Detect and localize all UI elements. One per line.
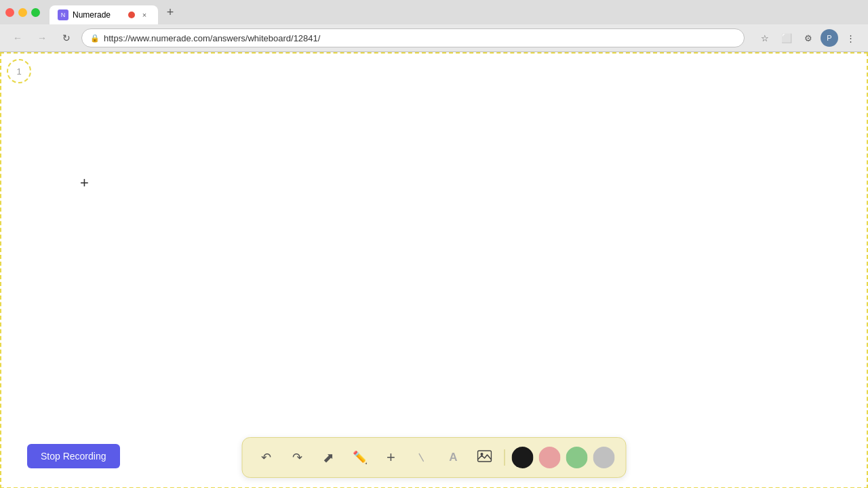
undo-icon: ↶ — [261, 450, 271, 465]
url-bar[interactable]: 🔒 https://www.numerade.com/answers/white… — [81, 28, 745, 47]
new-tab-button[interactable]: + — [161, 3, 180, 22]
profile-button[interactable]: P — [821, 29, 838, 47]
toolbar-divider — [505, 449, 505, 466]
color-pink[interactable] — [539, 447, 561, 468]
color-gray[interactable] — [593, 447, 615, 468]
window-controls — [5, 8, 40, 17]
whiteboard-canvas[interactable]: 1 + Stop Recording ↶ ↷ ⬈ ✏️ + / A — [0, 52, 868, 488]
bookmarks-button[interactable]: ☆ — [755, 28, 774, 47]
reload-icon: ↻ — [62, 33, 71, 43]
lock-icon: 🔒 — [90, 34, 100, 43]
puzzle-icon: ⚙ — [804, 33, 812, 43]
color-black[interactable] — [512, 447, 534, 468]
undo-button[interactable]: ↶ — [254, 445, 279, 470]
text-tool-button[interactable]: A — [441, 445, 467, 470]
url-text: https://www.numerade.com/answers/whitebo… — [104, 33, 320, 43]
extensions-button[interactable]: ⚙ — [799, 28, 818, 47]
tab-close-button[interactable]: × — [139, 9, 150, 20]
cast-button[interactable]: ⬜ — [777, 28, 796, 47]
image-icon — [477, 449, 492, 467]
cursor-indicator: + — [80, 176, 89, 190]
tab-title: Numerade — [73, 10, 111, 20]
forward-button[interactable]: → — [33, 28, 52, 47]
add-icon: + — [387, 449, 395, 466]
cast-icon: ⬜ — [781, 33, 792, 43]
image-tool-button[interactable] — [472, 445, 498, 470]
pen-icon: ✏️ — [353, 450, 368, 465]
back-button[interactable]: ← — [8, 28, 27, 47]
menu-button[interactable]: ⋮ — [841, 28, 860, 47]
back-icon: ← — [13, 33, 22, 43]
page-number-text: 1 — [16, 66, 21, 77]
forward-icon: → — [37, 33, 47, 43]
reload-button[interactable]: ↻ — [57, 28, 76, 47]
menu-icon: ⋮ — [846, 33, 855, 43]
color-green[interactable] — [566, 447, 588, 468]
bookmarks-icon: ☆ — [761, 33, 769, 43]
select-tool-button[interactable]: ⬈ — [316, 445, 342, 470]
browser-chrome: N Numerade × + ← → ↻ 🔒 https://www.numer… — [0, 0, 868, 52]
select-icon: ⬈ — [323, 449, 334, 466]
window-close-button[interactable] — [5, 8, 14, 17]
redo-button[interactable]: ↷ — [285, 445, 311, 470]
page-number-indicator: 1 — [7, 59, 31, 83]
text-icon: A — [449, 451, 457, 464]
profile-avatar: P — [827, 34, 831, 42]
address-bar: ← → ↻ 🔒 https://www.numerade.com/answers… — [0, 24, 868, 52]
stop-recording-button[interactable]: Stop Recording — [27, 444, 120, 468]
line-tool-button[interactable]: / — [410, 445, 435, 470]
drawing-toolbar: ↶ ↷ ⬈ ✏️ + / A — [242, 437, 627, 478]
tab-bar: N Numerade × + — [0, 0, 868, 24]
tab-recording-indicator — [128, 12, 135, 18]
window-minimize-button[interactable] — [18, 8, 27, 17]
active-tab[interactable]: N Numerade × — [50, 5, 158, 24]
browser-actions: ☆ ⬜ ⚙ P ⋮ — [755, 28, 860, 47]
add-tool-button[interactable]: + — [378, 445, 404, 470]
window-maximize-button[interactable] — [31, 8, 40, 17]
svg-rect-0 — [478, 451, 492, 462]
redo-icon: ↷ — [292, 450, 302, 465]
line-icon: / — [416, 451, 428, 464]
pen-tool-button[interactable]: ✏️ — [347, 445, 373, 470]
tab-favicon: N — [58, 9, 68, 20]
